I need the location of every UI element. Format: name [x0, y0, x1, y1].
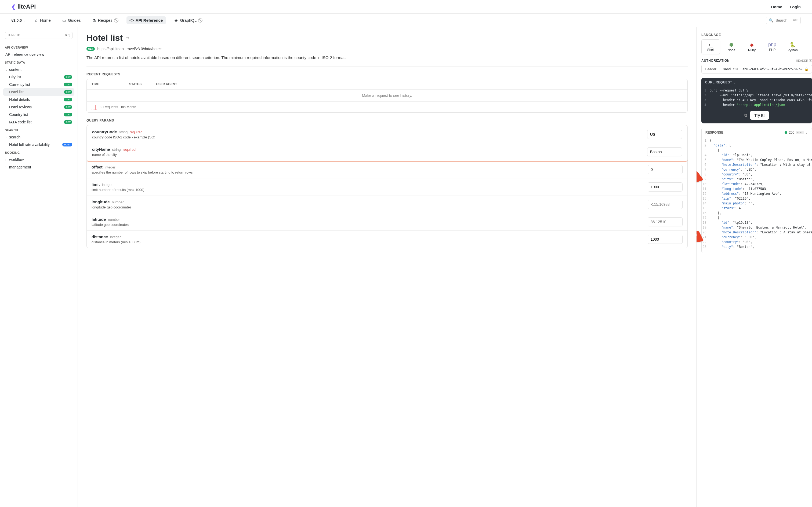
param-type: string	[119, 130, 128, 134]
param-desc: name of the city	[92, 153, 642, 157]
top-home-link[interactable]: Home	[771, 5, 782, 9]
method-badge: GET	[64, 90, 72, 94]
param-required: required	[130, 130, 143, 134]
sidebar-item-api-overview[interactable]: API reference overview	[3, 51, 74, 58]
param-name: longitude	[92, 200, 110, 204]
nav-guides[interactable]: ▭ Guides	[59, 16, 84, 24]
param-name: distance	[92, 234, 108, 239]
chevron-down-icon: ⌄	[805, 131, 808, 134]
param-type: number	[108, 218, 120, 222]
param-name: countryCode	[92, 129, 117, 134]
param-input-cityName[interactable]	[647, 147, 682, 156]
logo[interactable]: ❮ liteAPI	[11, 3, 36, 10]
search-icon: 🔍	[769, 18, 773, 22]
method-badge: GET	[64, 105, 72, 109]
section-booking: BOOKING	[3, 148, 74, 156]
param-input-latitude[interactable]	[648, 217, 682, 226]
endpoint-url: https://api.liteapi.travel/v3.0/data/hot…	[97, 47, 162, 51]
search-input[interactable]: 🔍 Search ⌘K	[766, 17, 801, 24]
chevron-down-icon: ⌄	[5, 136, 8, 139]
auth-value[interactable]: sand_c0155ab8-c683-4f26-8f94-b5e92c5797b…	[723, 67, 803, 71]
param-desc: country code ISO-2 code - example (SG)	[92, 135, 642, 139]
param-type: number	[112, 200, 123, 204]
sidebar-item[interactable]: Hotel reviewsGET	[3, 103, 74, 111]
param-row: offset integer specifies the number of r…	[87, 161, 688, 178]
logo-icon: ❮	[11, 3, 16, 10]
method-badge: GET	[64, 75, 72, 79]
top-login-link[interactable]: Login	[790, 5, 801, 9]
sidebar-item[interactable]: Currency listGET	[3, 81, 74, 88]
lang-tab-shell[interactable]: ›_Shell	[701, 40, 720, 54]
nav-home[interactable]: ⌂ Home	[31, 16, 54, 24]
nav-graphql[interactable]: ◈ GraphQL	[171, 16, 206, 24]
param-row: latitude number latitude geo coordinates	[87, 213, 688, 231]
authorization-title: AUTHORIZATION	[701, 59, 729, 62]
param-name: limit	[92, 182, 100, 187]
lang-tab-node[interactable]: ⬢Node	[722, 40, 741, 54]
param-name: cityName	[92, 147, 110, 152]
param-desc: distance in meters (min 1000m)	[92, 240, 642, 244]
sidebar-item[interactable]: Hotel detailsGET	[3, 96, 74, 103]
language-title: LANGUAGE	[701, 33, 812, 37]
disabled-icon	[114, 18, 118, 22]
lang-tab-python[interactable]: 🐍Python	[783, 40, 802, 54]
auth-header-box: Header sand_c0155ab8-c683-4f26-8f94-b5e9…	[701, 65, 812, 73]
param-input-countryCode[interactable]	[647, 130, 682, 139]
copy-icon[interactable]: ⧉	[744, 113, 747, 118]
param-type: integer	[105, 165, 115, 169]
lang-tab-ruby[interactable]: ◆Ruby	[743, 40, 761, 54]
sidebar-item[interactable]: Country listGET	[3, 111, 74, 118]
status-pill[interactable]: 200 LOG ⌄	[784, 131, 808, 134]
ruby-icon: ◆	[744, 42, 760, 48]
version-selector[interactable]: v3.0.0 ⌄	[11, 18, 26, 22]
header-link[interactable]: HEADER ⓘ	[796, 58, 812, 62]
param-input-distance[interactable]	[648, 235, 682, 244]
param-type: string	[112, 148, 121, 152]
param-input-longitude[interactable]	[648, 200, 682, 209]
sidebar-item[interactable]: IATA code listGET	[3, 118, 74, 126]
sidebar-group-workflow[interactable]: › workflow	[3, 156, 74, 163]
lang-tab-php[interactable]: phpPHP	[763, 40, 781, 54]
chevron-right-icon: ›	[5, 166, 8, 169]
status-dot-icon	[784, 131, 787, 134]
sidebar-item[interactable]: City listGET	[3, 73, 74, 81]
sidebar-item[interactable]: Hotel listGET	[3, 88, 74, 96]
param-row: cityName string required name of the cit…	[87, 143, 687, 160]
info-icon: ⓘ	[809, 58, 812, 62]
tag-icon[interactable]: ⊃	[126, 36, 130, 41]
param-row: countryCode string required country code…	[87, 126, 687, 143]
sidebar-item[interactable]: Hotel full rate availabilityPOST	[3, 141, 74, 148]
sidebar-group-content[interactable]: ⌄ content	[3, 66, 74, 73]
jump-to-input[interactable]: JUMP TO ⌘/	[5, 32, 73, 39]
python-icon: 🐍	[784, 42, 801, 48]
endpoint-description: The API returns a list of hotels availab…	[87, 55, 688, 66]
try-it-button[interactable]: Try It!	[750, 111, 769, 120]
method-badge: POST	[62, 143, 72, 147]
chevron-down-icon: ⌄	[5, 68, 8, 71]
param-row: limit integer limit number of results (m…	[87, 178, 688, 196]
param-desc: limit number of results (max 1000)	[92, 188, 642, 192]
param-type: integer	[110, 235, 121, 239]
method-badge: GET	[64, 98, 72, 101]
param-input-limit[interactable]	[648, 182, 682, 191]
book-icon: ▭	[62, 18, 66, 22]
curl-title: CURL REQUEST	[705, 80, 732, 84]
param-desc: latitude geo coordinates	[92, 223, 642, 227]
nav-api-reference[interactable]: <> API Reference	[126, 16, 166, 24]
flask-icon: ⚗	[92, 18, 96, 22]
section-api-overview: API OVERVIEW	[3, 43, 74, 51]
param-input-offset[interactable]	[648, 165, 682, 174]
param-name: latitude	[92, 217, 106, 222]
param-required: required	[123, 148, 136, 152]
sidebar-group-search[interactable]: ⌄ search	[3, 133, 74, 141]
query-params-title: QUERY PARAMS	[87, 119, 688, 122]
section-static-data: STATIC DATA	[3, 58, 74, 66]
sidebar: JUMP TO ⌘/ API OVERVIEW API reference ov…	[0, 27, 78, 507]
nav-recipes[interactable]: ⚗ Recipes	[89, 16, 121, 24]
method-badge: GET	[64, 120, 72, 124]
sidebar-group-management[interactable]: › management	[3, 163, 74, 171]
disabled-icon	[198, 18, 202, 22]
version-label: v3.0.0	[11, 18, 22, 22]
chevron-down-icon[interactable]: ⌄	[733, 81, 736, 84]
more-icon[interactable]: ⋮	[804, 44, 812, 50]
